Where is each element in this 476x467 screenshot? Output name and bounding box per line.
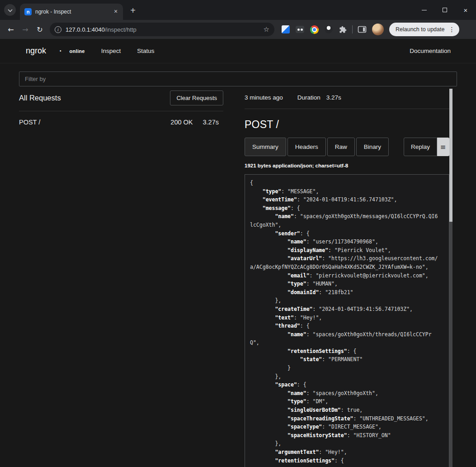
request-time-ago: 3 minutes ago xyxy=(245,94,283,101)
sphere-extension-icon[interactable] xyxy=(325,25,333,33)
content-meta: 1921 bytes application/json; charset=utf… xyxy=(245,163,449,168)
duration-value: 3.27s xyxy=(326,94,341,101)
goggles-extension-icon[interactable] xyxy=(296,26,304,33)
extensions-puzzle-icon[interactable] xyxy=(339,25,347,34)
tab-summary[interactable]: Summary xyxy=(245,138,286,156)
requests-panel: All Requests Clear Requests POST / 200 O… xyxy=(19,89,223,467)
side-panel-icon[interactable] xyxy=(358,25,367,33)
browser-toolbar: ← → ↻ i 127.0.0.1:4040/inspect/http ☆ Re… xyxy=(0,20,476,39)
replay-menu-button[interactable]: ≡ xyxy=(437,138,449,156)
extensions-area xyxy=(282,25,347,34)
request-detail-title: POST / xyxy=(245,119,449,131)
chevron-down-icon xyxy=(8,7,13,14)
window-controls: × xyxy=(414,0,476,20)
request-method-path: POST / xyxy=(19,119,40,126)
browser-chrome: n ngrok - Inspect × + × ← → ↻ i 127.0.0.… xyxy=(0,0,476,39)
request-body-json: { "type": "MESSAGE", "eventTime": "2024-… xyxy=(250,179,444,465)
request-body-box: { "type": "MESSAGE", "eventTime": "2024-… xyxy=(245,174,449,467)
relaunch-label: Relaunch to update xyxy=(396,26,444,33)
replay-split-button: Replay ≡ xyxy=(404,138,449,156)
replay-button[interactable]: Replay xyxy=(404,138,437,156)
main-content: All Requests Clear Requests POST / 200 O… xyxy=(0,86,476,467)
minimize-icon xyxy=(422,10,427,10)
window-minimize-button[interactable] xyxy=(414,0,434,20)
clear-requests-button[interactable]: Clear Requests xyxy=(170,91,223,105)
kebab-menu-icon[interactable]: ⋮ xyxy=(448,26,455,33)
new-tab-button[interactable]: + xyxy=(127,4,139,17)
nav-inspect[interactable]: Inspect xyxy=(101,48,121,54)
reload-button[interactable]: ↻ xyxy=(33,22,47,37)
tab-headers[interactable]: Headers xyxy=(287,138,326,156)
tab-strip: n ngrok - Inspect × + × xyxy=(0,0,476,20)
ngrok-logo[interactable]: ngrok xyxy=(26,46,46,56)
detail-scrollbar[interactable] xyxy=(449,89,452,467)
request-duration: 3.27s xyxy=(203,119,219,126)
request-status: 200 OK xyxy=(170,119,193,126)
url-host: 127.0.0.1:4040 xyxy=(66,26,105,33)
nav-documentation[interactable]: Documentation xyxy=(410,48,451,54)
filter-input[interactable] xyxy=(19,71,457,86)
scrollbar-thumb[interactable] xyxy=(449,89,452,222)
tab-title: ngrok - Inspect xyxy=(35,9,108,15)
nav-status[interactable]: Status xyxy=(137,48,154,54)
ngrok-app: ngrok • online Inspect Status Documentat… xyxy=(0,39,476,467)
address-bar[interactable]: i 127.0.0.1:4040/inspect/http ☆ xyxy=(50,23,274,36)
maximize-icon xyxy=(443,8,447,12)
back-button[interactable]: ← xyxy=(4,22,18,37)
relaunch-button[interactable]: Relaunch to update ⋮ xyxy=(389,23,459,36)
browser-tab[interactable]: n ngrok - Inspect × xyxy=(20,4,123,20)
request-detail-panel: 3 minutes ago Duration 3.27s POST / Summ… xyxy=(245,89,449,467)
tab-raw[interactable]: Raw xyxy=(327,138,355,156)
tab-close-icon[interactable]: × xyxy=(112,8,119,15)
duration-label: Duration xyxy=(297,94,320,101)
request-row[interactable]: POST / 200 OK 3.27s xyxy=(19,111,223,132)
requests-panel-header: All Requests Clear Requests xyxy=(19,89,223,111)
tab-binary[interactable]: Binary xyxy=(356,138,389,156)
detail-meta-row: 3 minutes ago Duration 3.27s xyxy=(245,89,449,109)
tab-search-button[interactable] xyxy=(4,4,16,16)
profile-avatar[interactable] xyxy=(372,24,384,35)
status-dot: • xyxy=(60,48,61,53)
detail-tabs: Summary Headers Raw Binary Replay ≡ xyxy=(245,138,449,156)
site-info-icon[interactable]: i xyxy=(55,26,61,33)
tunnel-status-label: online xyxy=(70,48,85,54)
filter-bar xyxy=(0,63,476,86)
window-close-button[interactable]: × xyxy=(455,0,476,20)
ngrok-favicon: n xyxy=(24,8,32,15)
url-text: 127.0.0.1:4040/inspect/http xyxy=(66,26,259,33)
chrome-logo-icon[interactable] xyxy=(310,25,319,34)
toolbar-divider xyxy=(352,25,353,33)
requests-title: All Requests xyxy=(19,94,61,102)
bookmark-star-icon[interactable]: ☆ xyxy=(264,25,269,33)
forward-button[interactable]: → xyxy=(18,22,33,37)
window-maximize-button[interactable] xyxy=(434,0,455,20)
extension-icon-1[interactable] xyxy=(282,25,290,33)
site-header: ngrok • online Inspect Status Documentat… xyxy=(0,39,476,63)
url-path: /inspect/http xyxy=(105,26,137,33)
